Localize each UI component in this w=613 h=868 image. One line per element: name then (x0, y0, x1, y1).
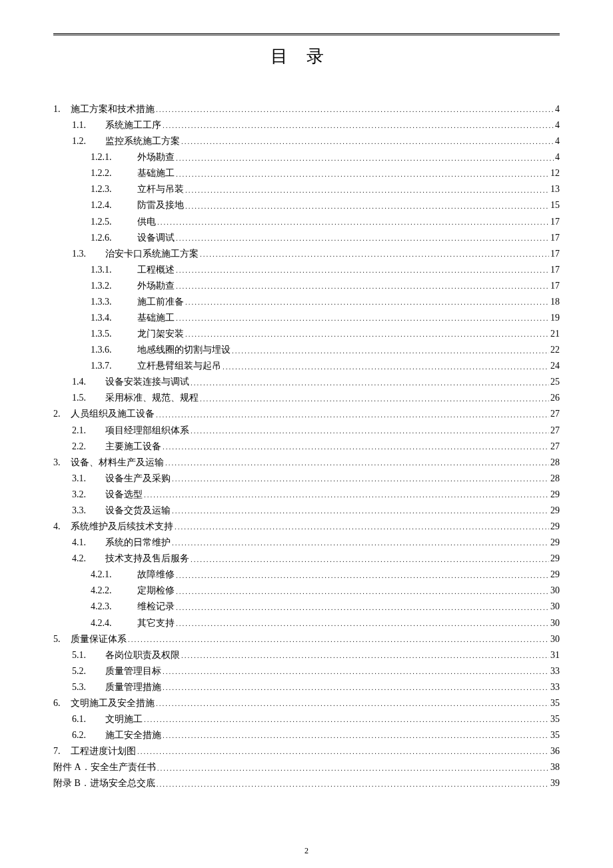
toc-label: 系统维护及后续技术支持 (71, 519, 173, 535)
toc-leader-dots (157, 775, 549, 791)
toc-entry[interactable]: 2.2.主要施工设备27 (53, 439, 560, 455)
toc-entry[interactable]: 1.3.3.施工前准备18 (53, 294, 560, 310)
toc-number: 4.2.4. (91, 615, 137, 631)
toc-entry[interactable]: 3.3.设备交货及运输29 (53, 503, 560, 519)
document-page: 目录 1.施工方案和技术措施41.1.系统施工工序41.2.监控系统施工方案41… (0, 0, 613, 868)
toc-page: 29 (550, 535, 560, 551)
toc-leader-dots (172, 471, 549, 487)
toc-label: 地感线圈的切割与埋设 (137, 342, 231, 358)
header-rule (53, 33, 560, 35)
toc-leader-dots (185, 326, 549, 342)
toc-page: 4 (555, 117, 560, 133)
toc-label: 施工前准备 (137, 294, 184, 310)
toc-page: 25 (550, 374, 560, 390)
toc-entry[interactable]: 4.系统维护及后续技术支持29 (53, 519, 560, 535)
toc-leader-dots (176, 262, 549, 278)
toc-page: 31 (550, 647, 560, 663)
toc-leader-dots (157, 759, 549, 775)
toc-page: 17 (550, 278, 560, 294)
toc-label: 设备生产及采购 (105, 471, 171, 487)
toc-number: 1.2.6. (91, 230, 137, 246)
toc-leader-dots (172, 535, 549, 551)
toc-page: 33 (550, 679, 560, 695)
toc-entry[interactable]: 6.文明施工及安全措施35 (53, 695, 560, 711)
toc-entry[interactable]: 3.设备、材料生产及运输28 (53, 455, 560, 471)
toc-entry[interactable]: 4.2.3.维检记录30 (53, 599, 560, 615)
toc-leader-dots (163, 439, 549, 455)
toc-entry[interactable]: 4.1.系统的日常维护29 (53, 535, 560, 551)
toc-entry[interactable]: 5.2.质量管理目标33 (53, 663, 560, 679)
toc-page: 39 (550, 775, 560, 791)
toc-label: 故障维修 (137, 567, 175, 583)
toc-leader-dots (200, 390, 549, 406)
toc-entry[interactable]: 1.施工方案和技术措施4 (53, 101, 560, 117)
toc-number: 4. (53, 519, 71, 535)
toc-number: 4.2.3. (91, 599, 137, 615)
toc-entry[interactable]: 2.人员组织及施工设备27 (53, 406, 560, 422)
toc-entry[interactable]: 1.3.1.工程概述17 (53, 262, 560, 278)
toc-leader-dots (157, 214, 549, 230)
toc-leader-dots (165, 455, 549, 471)
toc-entry[interactable]: 1.3.6.地感线圈的切割与埋设22 (53, 342, 560, 358)
toc-entry[interactable]: 1.2.4.防雷及接地15 (53, 197, 560, 213)
toc-page: 21 (550, 326, 560, 342)
toc-leader-dots (176, 278, 549, 294)
toc-page: 13 (550, 181, 560, 197)
toc-page: 27 (550, 423, 560, 439)
toc-entry[interactable]: 1.5.采用标准、规范、规程26 (53, 390, 560, 406)
toc-entry[interactable]: 1.3.7.立杆悬臂组装与起吊24 (53, 358, 560, 374)
toc-leader-dots (176, 165, 549, 181)
toc-entry[interactable]: 2.1.项目经理部组织体系27 (53, 423, 560, 439)
toc-entry[interactable]: 1.3.4.基础施工19 (53, 310, 560, 326)
toc-label: 质量管理目标 (105, 663, 161, 679)
toc-page: 4 (555, 133, 560, 149)
toc-entry[interactable]: 6.1.文明施工35 (53, 711, 560, 727)
toc-entry[interactable]: 1.2.3.立杆与吊装13 (53, 181, 560, 197)
toc-number: 4.2.1. (91, 567, 137, 583)
toc-entry[interactable]: 3.2.设备选型29 (53, 487, 560, 503)
toc-leader-dots (223, 358, 549, 374)
toc-number: 1.3.7. (91, 358, 137, 374)
toc-label: 其它支持 (137, 615, 175, 631)
toc-number: 4.1. (72, 535, 105, 551)
toc-leader-dots (176, 599, 549, 615)
toc-entry[interactable]: 附录 B．进场安全总交底39 (53, 775, 560, 791)
toc-entry[interactable]: 5.质量保证体系30 (53, 631, 560, 647)
toc-page: 29 (550, 519, 560, 535)
toc-entry[interactable]: 6.2.施工安全措施35 (53, 727, 560, 743)
toc-entry[interactable]: 3.1.设备生产及采购28 (53, 471, 560, 487)
toc-page: 29 (550, 567, 560, 583)
toc-page: 12 (550, 165, 560, 181)
toc-entry[interactable]: 4.2.2.定期检修30 (53, 583, 560, 599)
toc-label: 设备安装连接与调试 (105, 374, 189, 390)
toc-entry[interactable]: 1.3.5.龙门架安装21 (53, 326, 560, 342)
toc-entry[interactable]: 7.工程进度计划图36 (53, 743, 560, 759)
toc-entry[interactable]: 1.2.5.供电17 (53, 214, 560, 230)
toc-entry[interactable]: 1.4.设备安装连接与调试25 (53, 374, 560, 390)
toc-label: 立杆悬臂组装与起吊 (137, 358, 221, 374)
toc-entry[interactable]: 1.3.治安卡口系统施工方案17 (53, 246, 560, 262)
toc-entry[interactable]: 4.2.技术支持及售后服务29 (53, 551, 560, 567)
toc-number: 3.1. (72, 471, 105, 487)
toc-entry[interactable]: 5.1.各岗位职责及权限31 (53, 647, 560, 663)
toc-entry[interactable]: 4.2.4.其它支持30 (53, 615, 560, 631)
toc-label: 设备调试 (137, 230, 175, 246)
toc-entry[interactable]: 1.2.监控系统施工方案4 (53, 133, 560, 149)
toc-page: 22 (550, 342, 560, 358)
toc-entry[interactable]: 1.2.6.设备调试17 (53, 230, 560, 246)
toc-number: 5.1. (72, 647, 105, 663)
toc-label: 外场勘查 (137, 278, 175, 294)
toc-entry[interactable]: 4.2.1.故障维修29 (53, 567, 560, 583)
toc-entry[interactable]: 附件 A．安全生产责任书38 (53, 759, 560, 775)
toc-number: 4.2.2. (91, 583, 137, 599)
toc-label: 各岗位职责及权限 (105, 647, 180, 663)
toc-number: 1.2.2. (91, 165, 137, 181)
toc-number: 1.3.6. (91, 342, 137, 358)
toc-entry[interactable]: 1.3.2.外场勘查17 (53, 278, 560, 294)
toc-leader-dots (191, 374, 549, 390)
toc-entry[interactable]: 1.2.2.基础施工12 (53, 165, 560, 181)
toc-entry[interactable]: 1.2.1.外场勘查4 (53, 149, 560, 165)
toc-entry[interactable]: 1.1.系统施工工序4 (53, 117, 560, 133)
toc-entry[interactable]: 5.3.质量管理措施33 (53, 679, 560, 695)
toc-page: 27 (550, 439, 560, 455)
